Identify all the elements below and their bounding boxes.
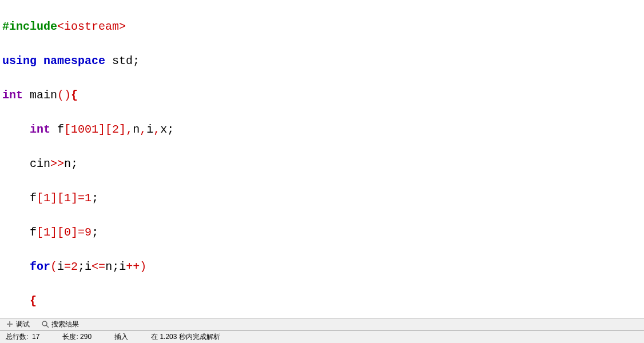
code-line: { [2,293,642,310]
code-line: int main(){ [2,87,642,104]
tab-search-results[interactable]: 搜索结果 [38,318,82,330]
status-lines: 总行数: 17 [6,332,39,342]
tab-debug-label: 调试 [16,320,30,329]
code-line: for(i=2;i<=n;i++) [2,258,642,276]
status-parse-time: 在 1.203 秒内完成解析 [151,332,220,342]
status-bar: 总行数: 17 长度: 290 插入 在 1.203 秒内完成解析 [0,330,644,343]
search-icon [41,320,49,328]
code-line: f[1][0]=9; [2,224,642,241]
code-line: using namespace std; [2,53,642,70]
svg-point-2 [42,321,47,326]
tab-debug[interactable]: 调试 [2,318,33,330]
include-target: <iostream> [57,20,126,33]
debug-icon [6,320,14,328]
code-line: cin>>n; [2,155,642,173]
code-line: f[1][1]=1; [2,190,642,207]
tab-search-label: 搜索结果 [51,320,79,329]
svg-line-3 [46,325,49,328]
code-line: int f[1001][2],n,i,x; [2,121,642,138]
code-line: #include<iostream> [2,18,642,35]
status-mode: 插入 [114,332,128,342]
status-length: 长度: 290 [62,332,92,342]
code-editor[interactable]: #include<iostream> using namespace std; … [0,0,644,318]
preprocessor: #include [2,20,57,33]
bottom-tabs: 调试 搜索结果 [0,318,644,330]
svg-rect-1 [9,321,10,327]
